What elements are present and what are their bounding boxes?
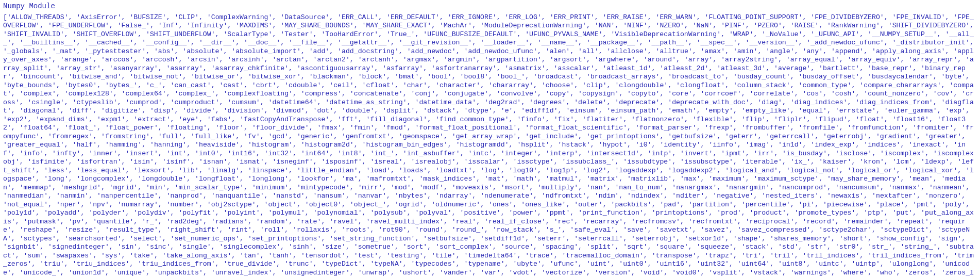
dir-output: ['ALLOW_THREADS', 'AxisError', 'BUFSIZE'… [3,13,977,277]
module-heading: Numpy Module [3,2,977,11]
